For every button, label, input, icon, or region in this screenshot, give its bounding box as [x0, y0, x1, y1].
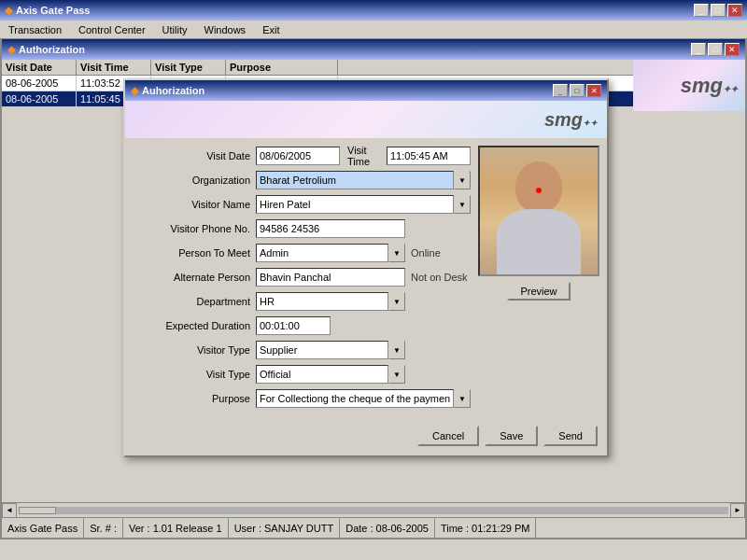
person-to-meet-dropdown-group: ▼ [256, 244, 405, 262]
menu-bar: Transaction Control Center Utility Windo… [0, 21, 747, 39]
visitor-type-dropdown-group: ▼ [256, 341, 405, 359]
auth-inner-close[interactable]: ✕ [586, 84, 601, 97]
photo-placeholder [480, 147, 598, 274]
visitor-name-row: Visitor Name ▼ [134, 194, 471, 215]
auth-outer-minimize[interactable]: _ [691, 43, 706, 56]
department-label: Department [134, 296, 256, 307]
auth-outer-close[interactable]: ✕ [725, 43, 740, 56]
auth-inner-form: Visit Date Visit Time Organization ▼ [125, 138, 607, 420]
person-to-meet-label: Person To Meet [134, 247, 256, 259]
outer-window: ◆ Authorization _ □ ✕ smg✦✦ Visit Date V… [0, 39, 747, 539]
auth-inner-icon: ◆ [131, 85, 138, 97]
organization-dropdown-btn[interactable]: ▼ [454, 171, 471, 189]
auth-inner-dialog: ◆ Auhorization _ □ ✕ smg✦✦ [123, 78, 609, 457]
app-window-buttons: _ □ ✕ [694, 4, 742, 17]
auth-inner-title-left: ◆ Auhorization [131, 85, 204, 97]
maximize-button[interactable]: □ [711, 4, 726, 17]
minimize-button[interactable]: _ [694, 4, 709, 17]
status-date: Date : 08-06-2005 [340, 518, 435, 538]
close-button[interactable]: ✕ [727, 4, 742, 17]
visitor-phone-row: Visitor Phone No. [134, 218, 471, 239]
cancel-button[interactable]: Cancel [417, 426, 479, 446]
menu-windows[interactable]: Windows [201, 22, 250, 37]
save-button[interactable]: Save [485, 426, 538, 446]
auth-outer-icon: ◆ [7, 44, 15, 56]
visitor-name-dropdown-btn[interactable]: ▼ [454, 195, 471, 214]
col-header-date: Visit Date [2, 60, 77, 75]
visit-date-label: Visit Date [134, 150, 256, 161]
status-sr: Sr. # : [84, 518, 123, 538]
menu-exit[interactable]: Exit [259, 22, 283, 37]
purpose-input[interactable] [256, 389, 454, 408]
scroll-right-arrow[interactable]: ► [730, 503, 745, 518]
smg-logo: smg✦✦ [681, 74, 738, 98]
status-bar: Axis Gate Pass Sr. # : Ver : 1.01 Releas… [2, 517, 745, 538]
person-body [497, 209, 581, 274]
row1-date: 08-06-2005 [2, 76, 77, 91]
visit-table-header: Visit Date Visit Time Visit Type Purpose [2, 60, 633, 76]
visitor-name-dropdown-group: ▼ [256, 195, 471, 214]
status-app-name: Axis Gate Pass [2, 518, 84, 538]
expected-duration-input[interactable] [256, 316, 331, 335]
scroll-thumb[interactable] [19, 507, 56, 514]
preview-button[interactable]: Preview [507, 282, 570, 301]
scroll-track[interactable] [19, 507, 728, 514]
person-to-meet-row: Person To Meet ▼ Online [134, 243, 471, 263]
visitor-type-dropdown-btn[interactable]: ▼ [388, 341, 405, 359]
person-to-meet-input[interactable] [256, 244, 388, 262]
auth-outer-maximize[interactable]: □ [708, 43, 723, 56]
auth-inner-minimize[interactable]: _ [553, 84, 568, 97]
alternate-person-input[interactable] [256, 268, 405, 287]
col-header-purpose: Purpose [226, 60, 338, 75]
visit-time-input[interactable] [387, 147, 471, 165]
horizontal-scrollbar: ◄ ► [2, 502, 745, 517]
auth-outer-title-bar: ◆ Authorization _ □ ✕ [2, 39, 745, 60]
form-fields: Visit Date Visit Time Organization ▼ [134, 146, 471, 413]
department-dropdown-btn[interactable]: ▼ [388, 292, 405, 311]
col-header-time: Visit Time [77, 60, 151, 75]
visit-type-input[interactable] [256, 365, 388, 384]
app-title-bar: ◆ Axis Gate Pass _ □ ✕ [0, 0, 747, 21]
auth-outer-body: smg✦✦ Visit Date Visit Time Visit Type P… [2, 60, 745, 538]
col-header-vtype: Visit Type [151, 60, 226, 75]
auth-outer-title-left: ◆ Authorization [7, 44, 85, 56]
form-photo-area: Preview [478, 146, 599, 413]
department-input[interactable] [256, 292, 388, 311]
department-dropdown-group: ▼ [256, 292, 405, 311]
auth-outer-window-buttons: _ □ ✕ [691, 43, 740, 56]
menu-control-center[interactable]: Control Center [75, 22, 149, 37]
auth-inner-smg-area: smg✦✦ [125, 101, 607, 138]
send-button[interactable]: Send [543, 426, 598, 446]
purpose-row: Purpose ▼ [134, 388, 471, 409]
visit-type-dropdown-btn[interactable]: ▼ [388, 365, 405, 384]
purpose-dropdown-group: ▼ [256, 389, 471, 408]
status-user: User : SANJAY DUTT [229, 518, 341, 538]
alternate-person-label: Alternate Person [134, 272, 256, 283]
menu-utility[interactable]: Utility [159, 22, 191, 37]
visit-date-time-row: Visit Date Visit Time [134, 146, 471, 166]
visit-type-label: Visit Type [134, 369, 256, 380]
auth-inner-maximize[interactable]: □ [570, 84, 585, 97]
visit-date-input[interactable] [256, 147, 340, 165]
person-bindi [536, 188, 542, 193]
app-title-left: ◆ Axis Gate Pass [5, 5, 91, 17]
row2-date: 08-06-2005 [2, 91, 77, 106]
alternate-person-row: Alternate Person Not on Desk [134, 267, 471, 287]
auth-outer-title-text: Authorization [19, 44, 85, 55]
app-icon: ◆ [5, 5, 12, 17]
scroll-left-arrow[interactable]: ◄ [2, 503, 17, 518]
purpose-label: Purpose [134, 393, 256, 404]
visitor-type-input[interactable] [256, 341, 388, 359]
menu-transaction[interactable]: Transaction [5, 22, 65, 37]
organization-dropdown-group: ▼ [256, 171, 471, 189]
person-to-meet-dropdown-btn[interactable]: ▼ [388, 244, 405, 262]
status-version: Ver : 1.01 Release 1 [123, 518, 229, 538]
organization-input[interactable] [256, 171, 454, 189]
visitor-name-input[interactable] [256, 195, 454, 214]
purpose-dropdown-btn[interactable]: ▼ [454, 389, 471, 408]
auth-inner-smg-logo: smg✦✦ [544, 109, 598, 131]
auth-inner-title-text: Auhorization [142, 85, 204, 96]
person-head [515, 161, 562, 213]
visit-time-label: Visit Time [347, 145, 379, 167]
visitor-phone-input[interactable] [256, 219, 405, 238]
